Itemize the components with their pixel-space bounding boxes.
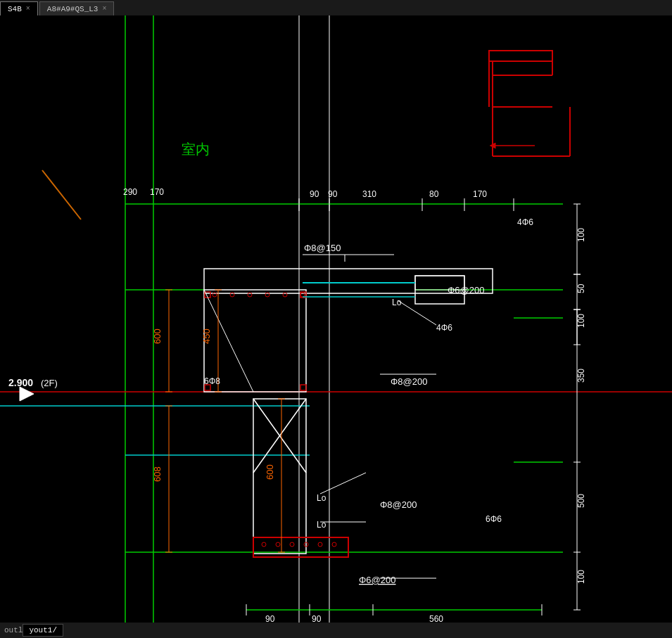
dim-600-inner: 600 [265, 464, 275, 480]
label-phi8-150: Φ8@150 [304, 243, 341, 253]
label-6phi8: 6Φ8 [204, 376, 220, 386]
cad-drawing: 室内 90 90 310 80 170 290 170 4Φ6 Φ8@150 Φ… [0, 15, 672, 623]
label-phi6-200-top: Φ6@200 [448, 285, 485, 295]
tab-a8a9-label: A8#A9#QS_L3 [47, 5, 99, 13]
elevation-value: 2.900 [8, 377, 33, 388]
label-phi6-200-bot: Φ6@200 [359, 575, 396, 585]
drawing-canvas: 室内 90 90 310 80 170 290 170 4Φ6 Φ8@150 Φ… [0, 15, 672, 623]
label-lo-2: Lo [317, 493, 327, 503]
label-phi8-200-bot: Φ8@200 [380, 499, 417, 510]
dim-170: 170 [473, 189, 487, 199]
svg-rect-0 [0, 15, 672, 623]
dim-90-bot2: 90 [312, 614, 322, 623]
status-bar: outl yout1/ [0, 623, 672, 638]
label-phi8-200-mid: Φ8@200 [391, 376, 428, 387]
dim-600-left: 600 [152, 328, 163, 344]
label-4phi6-mid: 4Φ6 [436, 323, 452, 333]
dim-560: 560 [429, 614, 443, 623]
dim-100-r1: 100 [576, 228, 586, 242]
dim-80: 80 [429, 189, 439, 199]
label-lo-3: Lo [317, 520, 327, 530]
tab-s4b[interactable]: S4B × [0, 1, 38, 15]
tab-bar: S4B × A8#A9#QS_L3 × [0, 0, 672, 15]
dim-170-tl: 170 [150, 187, 164, 197]
dim-350: 350 [576, 369, 586, 383]
tab-a8a9[interactable]: A8#A9#QS_L3 × [39, 1, 115, 15]
dim-100-rbot: 100 [576, 570, 586, 584]
dim-90-1: 90 [310, 189, 319, 199]
dim-90-bot1: 90 [265, 614, 275, 623]
dim-310: 310 [362, 189, 376, 199]
layout-tab[interactable]: yout1/ [23, 624, 63, 637]
dim-100-r2: 100 [576, 314, 586, 328]
tab-s4b-label: S4B [8, 5, 22, 13]
label-6phi6: 6Φ6 [486, 514, 502, 524]
label-lo-1: Lo [392, 298, 402, 307]
status-text: outl [4, 626, 23, 634]
tab-s4b-close[interactable]: × [26, 5, 30, 13]
dim-450: 450 [201, 328, 212, 344]
floor-label: (2F) [41, 378, 58, 388]
dim-500: 500 [576, 494, 586, 508]
dim-608: 608 [152, 466, 163, 482]
tab-a8a9-close[interactable]: × [102, 5, 106, 13]
room-label: 室内 [182, 141, 210, 157]
dim-90-2: 90 [328, 189, 338, 199]
dim-50: 50 [576, 283, 586, 293]
dim-290: 290 [123, 187, 137, 197]
label-4phi6-top: 4Φ6 [517, 217, 533, 227]
